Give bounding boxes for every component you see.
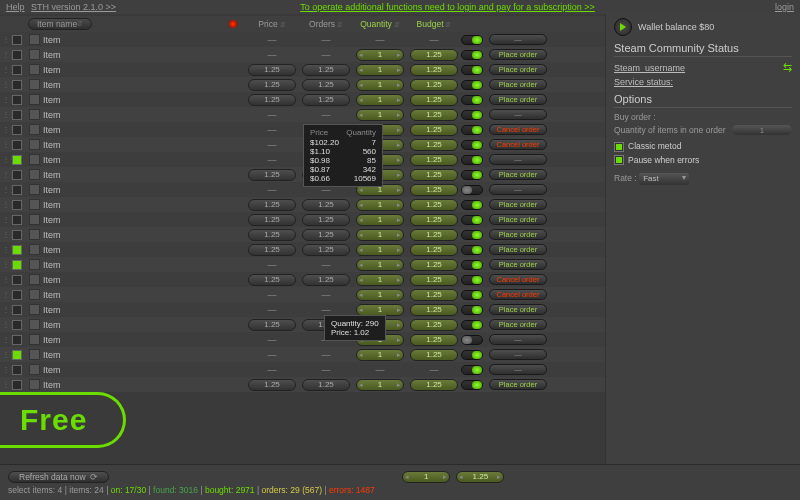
row-toggle[interactable] [461,380,483,390]
row-checkbox[interactable] [12,350,22,360]
row-action-button[interactable]: Place order [489,379,547,390]
cell-pill[interactable]: 1.25 [410,289,458,301]
drag-handle-icon[interactable] [2,305,12,314]
cell-pill[interactable]: 1.25 [248,229,296,241]
row-toggle[interactable] [461,35,483,45]
row-toggle[interactable] [461,320,483,330]
drag-handle-icon[interactable] [2,95,12,104]
cell-pill[interactable]: 1.25 [248,244,296,256]
drag-handle-icon[interactable] [2,365,12,374]
row-action-button[interactable]: — [489,349,547,360]
cell-pill[interactable]: 1.25 [248,319,296,331]
cell-pill[interactable]: 1.25 [410,379,458,391]
footer-budget-stepper[interactable]: 1.25 [456,471,504,483]
rate-select[interactable]: Fast [639,173,689,185]
version-link[interactable]: STH version 2.1.0 >> [31,2,116,12]
drag-handle-icon[interactable] [2,125,12,134]
cell-pill[interactable]: 1 [356,304,404,316]
drag-handle-icon[interactable] [2,200,12,209]
col-item-name[interactable]: Item name [28,18,92,30]
cell-pill[interactable]: 1.25 [410,304,458,316]
cell-pill[interactable]: 1.25 [302,199,350,211]
row-checkbox[interactable] [12,95,22,105]
cell-pill[interactable]: 1.25 [248,214,296,226]
row-action-button[interactable]: Place order [489,259,547,270]
col-price[interactable]: Price [245,19,299,29]
cell-pill[interactable]: 1.25 [410,169,458,181]
row-action-button[interactable]: Place order [489,199,547,210]
cell-pill[interactable]: 1.25 [410,184,458,196]
cell-pill[interactable]: 1.25 [410,154,458,166]
row-checkbox[interactable] [12,305,22,315]
row-action-button[interactable]: — [489,109,547,120]
cell-pill[interactable]: 1.25 [410,319,458,331]
row-checkbox[interactable] [12,380,22,390]
row-checkbox[interactable] [12,50,22,60]
row-action-button[interactable]: Place order [489,229,547,240]
row-action-button[interactable]: — [489,364,547,375]
row-checkbox[interactable] [12,35,22,45]
cell-pill[interactable]: 1.25 [302,94,350,106]
refresh-button[interactable]: Refresh data now [8,471,109,483]
footer-qty-stepper[interactable]: 1 [402,471,450,483]
row-toggle[interactable] [461,230,483,240]
cell-pill[interactable]: 1.25 [302,229,350,241]
cell-pill[interactable]: 1 [356,259,404,271]
row-checkbox[interactable] [12,80,22,90]
row-checkbox[interactable] [12,290,22,300]
drag-handle-icon[interactable] [2,65,12,74]
cell-pill[interactable]: 1.25 [410,49,458,61]
row-toggle[interactable] [461,200,483,210]
col-quantity[interactable]: Quantity [353,19,407,29]
row-toggle[interactable] [461,275,483,285]
row-toggle[interactable] [461,80,483,90]
cell-pill[interactable]: 1.25 [248,199,296,211]
cell-pill[interactable]: 1.25 [410,124,458,136]
cell-pill[interactable]: 1.25 [410,334,458,346]
row-action-button[interactable]: Cancel order [489,274,547,285]
cell-pill[interactable]: 1.25 [410,214,458,226]
pause-errors-checkbox[interactable] [614,155,624,165]
row-toggle[interactable] [461,125,483,135]
cell-pill[interactable]: 1.25 [410,109,458,121]
cell-pill[interactable]: 1 [356,79,404,91]
row-action-button[interactable]: Place order [489,49,547,60]
drag-handle-icon[interactable] [2,320,12,329]
drag-handle-icon[interactable] [2,35,12,44]
cell-pill[interactable]: 1.25 [302,379,350,391]
drag-handle-icon[interactable] [2,215,12,224]
row-action-button[interactable]: Place order [489,319,547,330]
cell-pill[interactable]: 1 [356,214,404,226]
row-checkbox[interactable] [12,185,22,195]
row-toggle[interactable] [461,155,483,165]
row-action-button[interactable]: Cancel order [489,289,547,300]
cell-pill[interactable]: 1 [356,289,404,301]
row-action-button[interactable]: Place order [489,94,547,105]
row-toggle[interactable] [461,260,483,270]
promo-link[interactable]: To operate additional functions need to … [300,2,595,12]
row-toggle[interactable] [461,305,483,315]
row-toggle[interactable] [461,65,483,75]
cell-pill[interactable]: 1.25 [302,244,350,256]
cell-pill[interactable]: 1 [356,109,404,121]
row-toggle[interactable] [461,110,483,120]
cell-pill[interactable]: 1.25 [302,64,350,76]
drag-handle-icon[interactable] [2,245,12,254]
row-toggle[interactable] [461,365,483,375]
row-checkbox[interactable] [12,215,22,225]
row-toggle[interactable] [461,245,483,255]
col-orders[interactable]: Orders [299,19,353,29]
cell-pill[interactable]: 1.25 [410,79,458,91]
row-toggle[interactable] [461,185,483,195]
row-action-button[interactable]: Place order [489,244,547,255]
row-action-button[interactable]: — [489,34,547,45]
row-checkbox[interactable] [12,275,22,285]
cell-pill[interactable]: 1.25 [410,199,458,211]
row-action-button[interactable]: Place order [489,79,547,90]
row-toggle[interactable] [461,95,483,105]
cell-pill[interactable]: 1 [356,64,404,76]
row-checkbox[interactable] [12,155,22,165]
help-link[interactable]: Help [6,2,25,12]
row-checkbox[interactable] [12,365,22,375]
row-checkbox[interactable] [12,110,22,120]
